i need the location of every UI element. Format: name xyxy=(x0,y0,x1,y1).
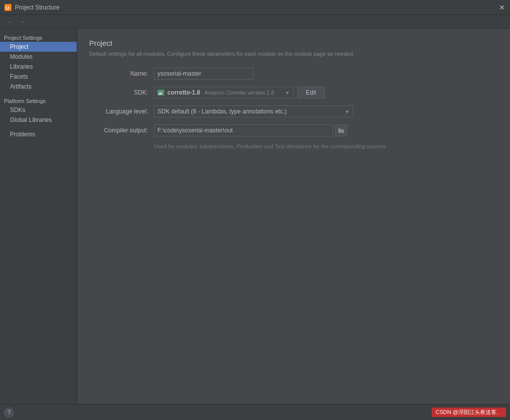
platform-settings-header: Platform Settings xyxy=(0,96,77,105)
help-button[interactable]: ? xyxy=(4,408,14,418)
language-level-label: Language level: xyxy=(89,108,154,115)
csdn-badge: CSDN @浮阳江头夜送客、 xyxy=(432,408,506,417)
back-button[interactable]: ← xyxy=(4,17,15,27)
compiler-output-input[interactable] xyxy=(154,124,333,136)
bottom-bar: ? CSDN @浮阳江头夜送客、 xyxy=(0,404,510,420)
sidebar: Project Settings Project Modules Librari… xyxy=(0,29,77,404)
sidebar-item-facets[interactable]: Facets xyxy=(0,72,77,82)
sidebar-item-project[interactable]: Project xyxy=(0,42,77,52)
compiler-output-label: Compiler output: xyxy=(89,127,154,134)
sdk-row: SDK: ☕ corretto-1.8 Amazon Corretto vers… xyxy=(89,87,498,99)
edit-sdk-button[interactable]: Edit xyxy=(297,87,325,99)
app-logo: IJ xyxy=(4,3,12,11)
folder-browse-button[interactable] xyxy=(335,124,347,136)
language-level-dropdown[interactable]: SDK default (8 - Lambdas, type annotatio… xyxy=(154,105,353,117)
sidebar-item-sdks[interactable]: SDKs xyxy=(0,105,77,115)
compiler-output-row: Compiler output: xyxy=(89,124,498,136)
sdk-dropdown-arrow: ▼ xyxy=(285,90,290,96)
page-title: Project xyxy=(89,39,498,47)
sidebar-item-modules[interactable]: Modules xyxy=(0,52,77,62)
main-layout: Project Settings Project Modules Librari… xyxy=(0,29,510,404)
close-button[interactable]: ✕ xyxy=(498,3,506,11)
sdk-name-bold: corretto-1.8 xyxy=(167,89,200,96)
page-description: Default settings for all modules. Config… xyxy=(89,50,498,58)
sdk-dropdown[interactable]: ☕ corretto-1.8 Amazon Corretto version 1… xyxy=(154,87,293,99)
title-bar: IJ Project Structure ✕ xyxy=(0,0,510,15)
sidebar-item-libraries[interactable]: Libraries xyxy=(0,62,77,72)
name-row: Name: xyxy=(89,68,498,80)
language-level-value: SDK default (8 - Lambdas, type annotatio… xyxy=(157,108,286,115)
language-level-arrow: ▼ xyxy=(345,109,350,114)
language-level-row: Language level: SDK default (8 - Lambdas… xyxy=(89,105,498,117)
forward-button[interactable]: → xyxy=(17,17,28,27)
sidebar-item-artifacts[interactable]: Artifacts xyxy=(0,82,77,92)
csdn-label: CSDN @浮阳江头夜送客、 xyxy=(436,409,502,416)
sdk-name-thin: Amazon Corretto version 1.8 xyxy=(203,90,274,96)
sdk-icon: ☕ xyxy=(157,90,164,96)
project-settings-header: Project Settings xyxy=(0,33,77,42)
svg-text:IJ: IJ xyxy=(5,5,9,10)
name-input[interactable] xyxy=(154,68,254,80)
compiler-output-controls xyxy=(154,124,347,136)
name-label: Name: xyxy=(89,70,154,77)
window-title: Project Structure xyxy=(15,4,59,11)
compiler-output-note: Used for modules' subdirectories, Produc… xyxy=(154,143,498,149)
svg-text:☕: ☕ xyxy=(158,91,163,95)
sidebar-item-global-libraries[interactable]: Global Libraries xyxy=(0,115,77,125)
title-bar-left: IJ Project Structure xyxy=(4,3,59,11)
content-area: Project Default settings for all modules… xyxy=(77,29,510,404)
nav-arrows: ← → xyxy=(0,15,510,29)
sidebar-item-problems[interactable]: Problems xyxy=(0,129,77,139)
sdk-label: SDK: xyxy=(89,89,154,96)
sdk-controls: ☕ corretto-1.8 Amazon Corretto version 1… xyxy=(154,87,325,99)
